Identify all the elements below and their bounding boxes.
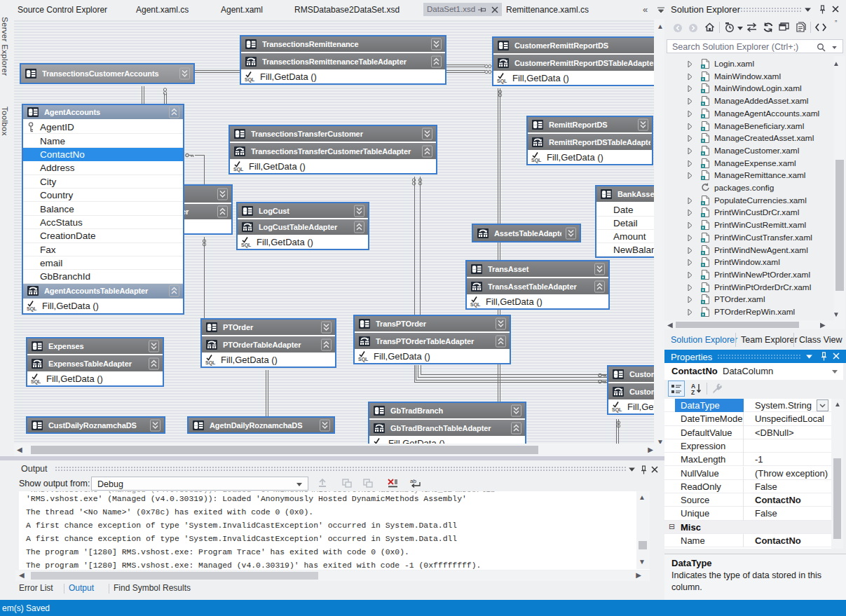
svg-text:ab: ab	[410, 478, 416, 484]
svg-text:Z: Z	[691, 389, 695, 395]
